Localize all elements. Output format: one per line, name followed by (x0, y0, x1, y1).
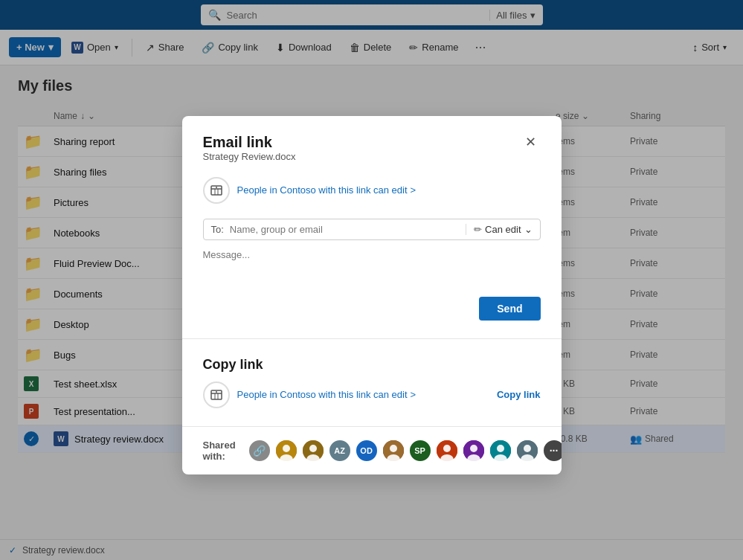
close-button[interactable]: ✕ (521, 134, 541, 150)
copy-link-row: People in Contoso with this link can edi… (203, 382, 541, 408)
avatar-user5[interactable] (462, 439, 486, 463)
email-link-permission-text[interactable]: People in Contoso with this link can edi… (237, 184, 416, 196)
avatar-photo (303, 440, 324, 461)
avatar-user6[interactable] (489, 439, 512, 463)
copy-link-permission-icon (203, 382, 230, 408)
can-edit-dropdown-icon: ⌄ (524, 224, 533, 235)
avatar-photo (517, 440, 538, 461)
svg-point-20 (497, 445, 504, 452)
copy-link-section: Copy link People in Contoso with this li… (182, 339, 562, 427)
message-input[interactable] (203, 249, 541, 285)
send-row: Send (203, 297, 541, 321)
avatar-user7[interactable] (515, 439, 539, 463)
svg-point-23 (524, 445, 531, 452)
avatar-user2[interactable] (301, 439, 325, 463)
shared-with-row: Shared with: 🔗 A (203, 439, 541, 463)
email-link-section: Email link Strategy Review.docx ✕ People… (182, 116, 562, 339)
avatar-photo (463, 440, 484, 461)
svg-point-17 (470, 445, 477, 452)
to-field-row[interactable]: To: ✏ Can edit ⌄ (203, 219, 541, 240)
copy-link-info[interactable]: People in Contoso with this link can edi… (203, 382, 416, 408)
avatar-more[interactable]: ··· (542, 439, 562, 463)
svg-point-14 (443, 445, 451, 452)
shared-with-section: Shared with: 🔗 A (182, 427, 562, 474)
email-link-info[interactable]: People in Contoso with this link can edi… (203, 177, 541, 204)
can-edit-label: Can edit (485, 224, 521, 235)
send-button[interactable]: Send (479, 297, 540, 321)
avatar-sp[interactable]: SP (408, 439, 432, 463)
modal-header: Email link Strategy Review.docx ✕ (203, 134, 541, 174)
email-link-title-group: Email link Strategy Review.docx (203, 134, 296, 174)
svg-point-8 (309, 445, 317, 452)
svg-point-1 (216, 187, 217, 188)
link-permission-icon (203, 177, 230, 204)
svg-point-11 (390, 445, 397, 452)
avatar-photo (276, 440, 297, 461)
building-icon (209, 183, 224, 198)
copy-link-title: Copy link (203, 357, 541, 373)
building-icon-2 (209, 387, 224, 402)
avatar-photo (490, 440, 511, 461)
avatar-user4[interactable] (435, 439, 459, 463)
avatar-od[interactable]: OD (355, 439, 379, 463)
avatar-photo (383, 440, 404, 461)
avatar-az[interactable]: AZ (328, 439, 352, 463)
pencil-icon: ✏ (474, 224, 482, 235)
svg-point-5 (283, 445, 290, 452)
modal-overlay[interactable]: Email link Strategy Review.docx ✕ People… (0, 0, 743, 560)
to-input[interactable] (230, 224, 460, 235)
svg-point-3 (216, 391, 217, 393)
copy-link-action-button[interactable]: Copy link (497, 389, 541, 400)
avatar-photo (437, 440, 457, 461)
avatar-user1[interactable] (274, 439, 298, 463)
avatar-link[interactable]: 🔗 (248, 439, 271, 463)
to-label: To: (211, 224, 224, 235)
email-link-subtitle: Strategy Review.docx (203, 151, 296, 162)
email-link-title: Email link (203, 134, 296, 151)
can-edit-button[interactable]: ✏ Can edit ⌄ (466, 224, 532, 235)
shared-with-label: Shared with: (203, 440, 236, 462)
share-modal: Email link Strategy Review.docx ✕ People… (182, 116, 562, 474)
copy-link-permission-text[interactable]: People in Contoso with this link can edi… (237, 389, 416, 400)
avatar-user3[interactable] (382, 439, 405, 463)
